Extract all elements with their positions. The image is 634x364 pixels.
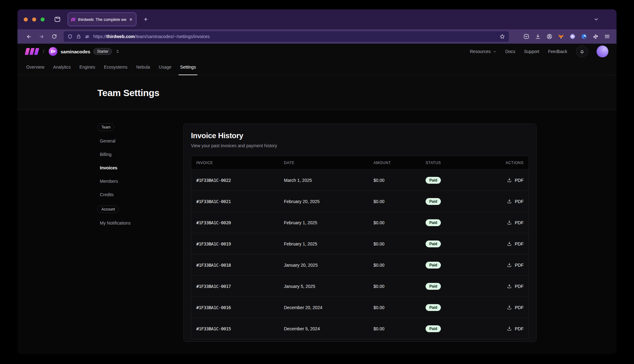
- dashboard-tab[interactable]: Settings: [176, 59, 200, 75]
- status-badge: Paid: [426, 325, 441, 332]
- reload-icon[interactable]: [48, 34, 61, 39]
- header-link[interactable]: Docs: [505, 49, 515, 54]
- team-name[interactable]: saminacodes: [61, 49, 90, 54]
- download-icon: [507, 220, 512, 225]
- invoice-status-cell: Paid: [426, 219, 486, 226]
- download-pdf-button[interactable]: PDF: [507, 262, 524, 268]
- invoice-date: February 1, 2025: [284, 241, 373, 246]
- zoom-window-button[interactable]: [41, 17, 45, 22]
- download-pdf-button[interactable]: PDF: [507, 284, 524, 289]
- download-pdf-button[interactable]: PDF: [507, 326, 524, 331]
- url-domain: thirdweb.com: [106, 34, 135, 39]
- column-date: DATE: [284, 161, 373, 165]
- back-icon[interactable]: [22, 34, 35, 40]
- sidebar-entry[interactable]: Credits: [97, 192, 175, 197]
- toolbar-extensions: [523, 33, 612, 40]
- browser-window: thirdweb: The complete web3 d ✕ +: [17, 9, 617, 354]
- download-pdf-button[interactable]: PDF: [507, 177, 524, 183]
- extension-icon-blue[interactable]: [581, 33, 587, 40]
- user-avatar[interactable]: [597, 46, 608, 57]
- invoice-actions-cell: PDF: [486, 305, 524, 310]
- invoice-actions-cell: PDF: [486, 220, 524, 225]
- dashboard-tab[interactable]: Overview: [22, 59, 49, 75]
- plan-badge: Starter: [93, 48, 112, 55]
- invoice-number: #1F33BA1C-0016: [196, 305, 284, 310]
- phantom-extension-icon[interactable]: [569, 33, 576, 40]
- download-icon: [507, 177, 512, 183]
- metamask-extension-icon[interactable]: [558, 33, 564, 40]
- invoice-actions-cell: PDF: [486, 177, 524, 183]
- thirdweb-logo[interactable]: [26, 48, 38, 55]
- invoice-amount: $0.00: [373, 305, 426, 310]
- new-tab-button[interactable]: +: [141, 16, 150, 23]
- dashboard-tab[interactable]: Nebula: [132, 59, 154, 75]
- invoice-date: February 1, 2025: [284, 220, 373, 225]
- invoice-number: #1F33BA1C-0020: [196, 220, 284, 225]
- invoice-status-cell: Paid: [426, 283, 486, 290]
- url-bar[interactable]: https://thirdweb.com/team/saminacodes/~/…: [64, 31, 509, 42]
- invoice-number: #1F33BA1C-0015: [196, 326, 284, 331]
- dashboard-tab[interactable]: Usage: [154, 59, 176, 75]
- account-icon[interactable]: [546, 33, 553, 40]
- invoice-row: #1F33BA1C-0022 March 1, 2025 $0.00 Paid …: [191, 169, 529, 191]
- invoice-history-card: Invoice History View your past invoices …: [183, 124, 537, 342]
- tab-close-icon[interactable]: ✕: [129, 17, 133, 22]
- header-link[interactable]: Support: [524, 49, 539, 54]
- invoice-date: March 1, 2025: [284, 178, 373, 183]
- tab-favicon: [71, 18, 75, 21]
- invoice-date: December 20, 2024: [284, 305, 373, 310]
- bookmark-star-icon[interactable]: [500, 34, 505, 39]
- invoice-table: INVOICE DATE AMOUNT STATUS ACTIONS #1F33…: [191, 156, 529, 339]
- breadcrumb-separator: /: [43, 48, 44, 55]
- browser-tab[interactable]: thirdweb: The complete web3 d ✕: [68, 12, 136, 26]
- sidebar-entry[interactable]: My Notifications: [97, 221, 175, 226]
- team-avatar: [49, 47, 57, 56]
- invoice-amount: $0.00: [373, 220, 426, 225]
- forward-icon[interactable]: [35, 34, 48, 40]
- header-link[interactable]: Resources: [470, 49, 497, 54]
- close-window-button[interactable]: [24, 17, 28, 22]
- list-tabs-chevron-icon[interactable]: [593, 17, 610, 22]
- invoice-row: #1F33BA1C-0020 February 1, 2025 $0.00 Pa…: [191, 212, 529, 233]
- download-pdf-button[interactable]: PDF: [507, 305, 524, 310]
- notifications-bell-icon[interactable]: [576, 46, 588, 57]
- invoice-amount: $0.00: [373, 241, 426, 246]
- dashboard-tabs: OverviewAnalyticsEnginesEcosystemsNebula…: [17, 59, 617, 75]
- permissions-icon[interactable]: [85, 34, 90, 39]
- dashboard-tab[interactable]: Analytics: [49, 59, 75, 75]
- extensions-puzzle-icon[interactable]: [593, 33, 599, 40]
- invoice-actions-cell: PDF: [486, 199, 524, 204]
- invoice-number: #1F33BA1C-0017: [196, 284, 284, 289]
- status-badge: Paid: [426, 240, 441, 247]
- column-invoice: INVOICE: [196, 161, 284, 165]
- sidebar-entry[interactable]: Billing: [97, 152, 175, 157]
- sidebar-entry[interactable]: Invoices: [97, 165, 175, 170]
- minimize-window-button[interactable]: [32, 17, 36, 22]
- column-actions: ACTIONS: [486, 161, 524, 165]
- lock-icon[interactable]: [76, 34, 81, 39]
- dashboard-tab[interactable]: Engines: [75, 59, 100, 75]
- firefox-view-icon[interactable]: [54, 16, 61, 23]
- status-badge: Paid: [426, 198, 441, 205]
- team-switcher-icon[interactable]: [115, 49, 120, 54]
- download-pdf-button[interactable]: PDF: [507, 199, 524, 204]
- menu-hamburger-icon[interactable]: [604, 33, 610, 40]
- invoice-number: #1F33BA1C-0022: [196, 178, 284, 183]
- sidebar-entry[interactable]: General: [97, 138, 175, 143]
- downloads-icon[interactable]: [535, 33, 541, 40]
- download-pdf-button[interactable]: PDF: [507, 241, 524, 246]
- url-text[interactable]: https://thirdweb.com/team/saminacodes/~/…: [93, 34, 496, 39]
- dashboard-tab[interactable]: Ecosystems: [100, 59, 132, 75]
- invoice-actions-cell: PDF: [486, 241, 524, 246]
- sidebar-entry[interactable]: Members: [97, 179, 175, 184]
- header-link[interactable]: Feedback: [548, 49, 567, 54]
- invoice-actions-cell: PDF: [486, 326, 524, 331]
- browser-toolbar: https://thirdweb.com/team/saminacodes/~/…: [17, 29, 617, 44]
- column-status: STATUS: [426, 161, 486, 165]
- download-pdf-button[interactable]: PDF: [507, 220, 524, 225]
- download-icon: [507, 305, 512, 310]
- download-icon: [507, 241, 512, 246]
- tracking-protection-shield-icon[interactable]: [67, 34, 73, 39]
- pocket-icon[interactable]: [523, 33, 529, 40]
- invoice-status-cell: Paid: [426, 198, 486, 205]
